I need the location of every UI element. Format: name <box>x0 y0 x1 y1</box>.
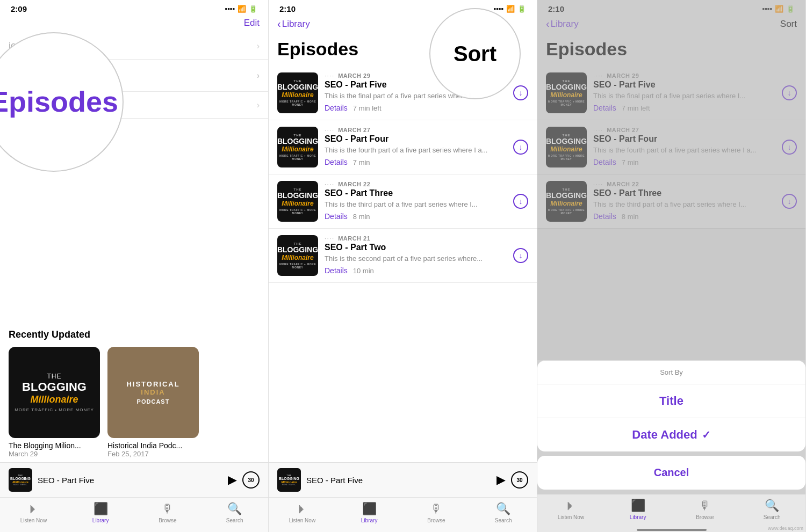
skip-button-1[interactable]: 30 <box>242 471 260 489</box>
sort-option-date-added[interactable]: Date Added ✓ <box>537 418 805 451</box>
ep-date-2: MARCH 27 <box>338 127 370 133</box>
tab-label-search-3: Search <box>764 514 781 520</box>
ep-time-2: 7 min <box>353 158 370 166</box>
download-icon-3: ↓ <box>519 197 523 206</box>
status-bar-3: 2:10 ▪▪▪▪ 📶 🔋 <box>537 0 805 16</box>
dots-3: ···· <box>325 181 335 187</box>
episode-thumb-1: THE BLOGGING Millionaire MORE TRAFFIC + … <box>277 72 318 113</box>
episodes-list-2: THE BLOGGING Millionaire MORE TRAFFIC + … <box>269 66 537 462</box>
listen-icon-3: ⏵ <box>565 499 577 513</box>
sort-option-title[interactable]: Title <box>537 384 805 418</box>
back-library-2[interactable]: ‹ Library <box>277 18 310 30</box>
chevron-icon: › <box>257 71 260 81</box>
page-title-3: Episodes <box>537 34 805 66</box>
home-bar-3 <box>637 529 707 531</box>
np-thumb-1: THE BLOGGING Millionaire MORE TRAFFIC <box>9 468 32 492</box>
tab-label-listen-3: Listen Now <box>558 514 584 520</box>
sort-circle-label: Sort <box>454 42 496 66</box>
time-2: 2:10 <box>279 4 296 13</box>
dots-1: ···· <box>325 73 335 79</box>
tab-listen-now-1[interactable]: ⏵ Listen Now <box>0 502 67 523</box>
historical-thumb-art: HISTORICAL INDIA PODCAST <box>107 347 199 438</box>
sort-button-3[interactable]: Sort <box>780 19 797 30</box>
ep-details-3[interactable]: Details <box>325 212 348 221</box>
chevron-back-icon-3: ‹ <box>546 18 550 30</box>
listen-icon-2: ⏵ <box>296 502 308 516</box>
wifi-icon: 📶 <box>238 5 246 13</box>
chevron-icon: › <box>257 100 260 110</box>
ep3-download-1: ↓ <box>782 85 797 100</box>
download-button-4[interactable]: ↓ <box>513 248 528 263</box>
tab-search-1[interactable]: 🔍 Search <box>201 502 268 523</box>
download-button-3[interactable]: ↓ <box>513 194 528 209</box>
ep-details-2[interactable]: Details <box>325 158 348 166</box>
card-title-historical: Historical India Podc... <box>107 441 199 450</box>
tab-label-library-2: Library <box>361 518 378 523</box>
podcast-card-blogging[interactable]: THE BLOGGING Millionaire MORE TRAFFIC • … <box>9 347 100 458</box>
cancel-button[interactable]: Cancel <box>537 456 805 490</box>
browse-icon-2: 🎙 <box>430 502 442 516</box>
panel-1: Episodes 2:09 ▪▪▪▪ 📶 🔋 Edit iowsy › Epis… <box>0 0 269 532</box>
now-playing-bar-2[interactable]: THE BLOGGING Millionaire MORE TRAFFIC SE… <box>269 462 537 497</box>
skip-button-2[interactable]: 30 <box>511 471 528 489</box>
ep-desc-2: This is the fourth part of a five part s… <box>325 145 507 155</box>
episode-thumb-4: THE BLOGGING Millionaire MORE TRAFFIC + … <box>277 235 318 276</box>
now-playing-bar-1[interactable]: THE BLOGGING Millionaire MORE TRAFFIC SE… <box>0 462 268 497</box>
watermark: www.deuaq.com <box>768 526 803 531</box>
download-button-2[interactable]: ↓ <box>513 140 528 155</box>
ep-time-4: 10 min <box>353 267 374 275</box>
podcast-card-historical[interactable]: HISTORICAL INDIA PODCAST Historical Indi… <box>107 347 199 458</box>
back-library-3[interactable]: ‹ Library <box>546 18 579 30</box>
signal-icon-3: ▪▪▪▪ <box>762 5 772 13</box>
tab-browse-2[interactable]: 🎙 Browse <box>403 502 470 523</box>
signal-icon: ▪▪▪▪ <box>225 5 235 13</box>
ep-desc-3: This is the third part of a five part se… <box>325 200 507 209</box>
search-icon-1: 🔍 <box>227 502 242 516</box>
card-title-blogging: The Blogging Milion... <box>9 441 100 450</box>
tab-browse-1[interactable]: 🎙 Browse <box>134 502 202 523</box>
download-button-1[interactable]: ↓ <box>513 85 528 100</box>
time-3: 2:10 <box>548 4 564 13</box>
podcast-cards: THE BLOGGING Millionaire MORE TRAFFIC • … <box>9 347 260 458</box>
ep3-thumb-2: THE BLOGGING Millionaire MORE TRAFFIC + … <box>546 127 587 167</box>
tab-listen-now-3[interactable]: ⏵ Listen Now <box>537 499 604 520</box>
tab-library-2[interactable]: ⬛ Library <box>336 502 403 523</box>
sort-sheet-container: Sort By Title Date Added ✓ <box>537 360 805 451</box>
browse-icon-3: 🎙 <box>699 499 711 513</box>
ep3-thumb-3: THE BLOGGING Millionaire MORE TRAFFIC + … <box>546 181 587 222</box>
tab-browse-3[interactable]: 🎙 Browse <box>672 499 739 520</box>
podcast-thumb-historical: HISTORICAL INDIA PODCAST <box>107 347 199 438</box>
chevron-back-icon-2: ‹ <box>277 18 281 30</box>
play-button-2[interactable]: ▶ <box>496 473 506 487</box>
battery-icon-3: 🔋 <box>786 5 795 13</box>
tab-label-listen-1: Listen Now <box>20 518 47 523</box>
episode-item-2[interactable]: THE BLOGGING Millionaire MORE TRAFFIC + … <box>269 120 537 174</box>
tab-search-3[interactable]: 🔍 Search <box>738 499 805 520</box>
ep-details-4[interactable]: Details <box>325 266 348 275</box>
ep3-item-3: THE BLOGGING Millionaire MORE TRAFFIC + … <box>537 174 805 229</box>
library-icon-3: ⬛ <box>631 499 645 513</box>
status-icons-3: ▪▪▪▪ 📶 🔋 <box>762 5 795 13</box>
download-icon-2: ↓ <box>519 143 523 151</box>
np-title-2: SEO - Part Five <box>306 476 491 485</box>
episode-item-4[interactable]: THE BLOGGING Millionaire MORE TRAFFIC + … <box>269 229 537 283</box>
panel3-episodes-area: THE BLOGGING Millionaire MORE TRAFFIC + … <box>537 66 805 360</box>
listen-icon-1: ⏵ <box>27 502 39 516</box>
ep3-thumb-1: THE BLOGGING Millionaire MORE TRAFFIC + … <box>546 72 587 113</box>
ep3-download-2: ↓ <box>782 140 797 155</box>
edit-button[interactable]: Edit <box>244 18 260 28</box>
tab-label-browse-1: Browse <box>159 518 176 523</box>
signal-icon-2: ▪▪▪▪ <box>494 5 503 13</box>
episode-thumb-3: THE BLOGGING Millionaire MORE TRAFFIC + … <box>277 181 318 222</box>
sort-by-label: Sort By <box>537 361 805 384</box>
ep-date-1: MARCH 29 <box>338 72 370 79</box>
tab-library-1[interactable]: ⬛ Library <box>67 502 134 523</box>
episode-info-2: ···· MARCH 27 SEO - Part Four This is th… <box>325 127 507 166</box>
ep-details-1[interactable]: Details <box>325 104 348 112</box>
tab-library-3[interactable]: ⬛ Library <box>604 499 672 520</box>
np-thumb-2: THE BLOGGING Millionaire MORE TRAFFIC <box>277 468 301 492</box>
episode-item-3[interactable]: THE BLOGGING Millionaire MORE TRAFFIC + … <box>269 174 537 229</box>
tab-listen-now-2[interactable]: ⏵ Listen Now <box>269 502 336 523</box>
tab-search-2[interactable]: 🔍 Search <box>470 502 537 523</box>
play-button-1[interactable]: ▶ <box>228 473 237 487</box>
